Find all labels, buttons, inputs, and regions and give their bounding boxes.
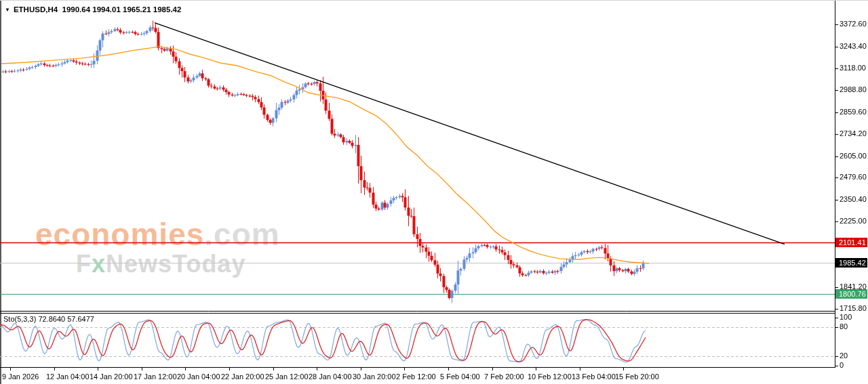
price-tick-label: 2225.00	[840, 217, 867, 225]
candlestick-chart-canvas[interactable]	[0, 1, 868, 384]
sto-tick-label: 100	[840, 313, 852, 321]
chart-window: economies.com FxNewsToday ▼ETHUSD,H4 199…	[0, 0, 868, 384]
collapse-indicator-icon[interactable]: ▼	[5, 7, 10, 13]
time-axis-label: 14 Jan 20:00	[90, 372, 133, 381]
symbol-period-label: ETHUSD,H4	[14, 5, 58, 14]
price-tick-label: 2350.40	[840, 195, 867, 203]
price-tick-label: 2988.80	[840, 85, 867, 93]
price-tick-label: 2479.60	[840, 173, 867, 181]
time-axis-label: 15 Feb 20:00	[615, 372, 659, 381]
sto-tick-label: 80	[840, 322, 848, 330]
price-level-badge: 2101.41	[835, 238, 867, 247]
time-axis-label: 5 Feb 04:00	[440, 372, 480, 381]
sto-tick-label: 20	[840, 351, 848, 360]
time-axis-label: 13 Feb 04:00	[572, 372, 616, 381]
chart-title: ▼ETHUSD,H4 1990.64 1994.01 1965.21 1985.…	[5, 5, 181, 14]
time-axis-label: 22 Jan 20:00	[221, 372, 264, 381]
sto-tick-label: 0	[840, 361, 844, 369]
price-tick-label: 3118.00	[840, 64, 866, 72]
time-axis-label: 10 Feb 12:00	[528, 372, 572, 381]
price-tick-label: 3372.60	[840, 20, 867, 28]
time-axis-label: 25 Jan 12:00	[265, 372, 309, 381]
price-tick-label: 1715.80	[840, 304, 867, 312]
time-axis-label: 7 Feb 20:00	[484, 372, 524, 381]
time-axis-label: 28 Jan 04:00	[309, 372, 352, 381]
price-level-badge: 1985.42	[835, 258, 867, 268]
time-axis-label: 20 Jan 04:00	[177, 372, 220, 381]
time-axis-label: 2 Feb 12:00	[396, 372, 436, 381]
time-axis-label: 9 Jan 2026	[2, 372, 39, 381]
indicator-label: Sto(5,3,3) 72.8640 57.6477	[3, 315, 94, 323]
price-tick-label: 3243.40	[840, 42, 867, 50]
price-tick-label: 2859.60	[840, 108, 867, 116]
time-axis-label: 17 Jan 12:00	[134, 372, 177, 381]
price-tick-label: 2734.20	[840, 129, 867, 137]
sto-main-value: 72.8640	[38, 315, 65, 323]
sto-signal-value: 57.6477	[67, 315, 94, 323]
price-level-badge: 1800.76	[835, 289, 867, 299]
time-axis-label: 30 Jan 20:00	[353, 372, 396, 381]
price-tick-label: 2605.00	[840, 152, 867, 160]
ohlc-values: 1990.64 1994.01 1965.21 1985.42	[62, 5, 182, 14]
time-axis-label: 12 Jan 04:00	[46, 372, 90, 381]
